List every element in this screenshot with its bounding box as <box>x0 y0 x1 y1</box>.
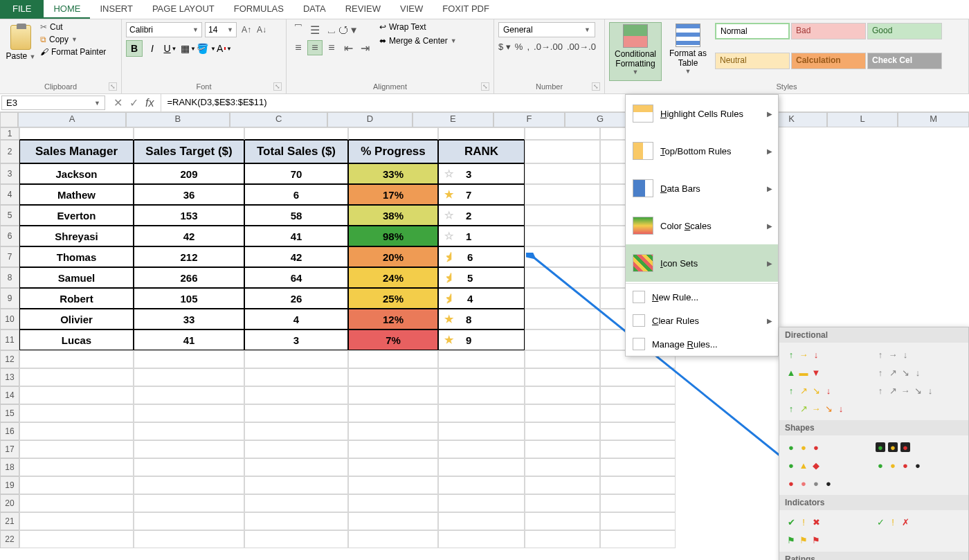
tab-data[interactable]: DATA <box>293 0 336 19</box>
cell-sales[interactable]: 41 <box>244 226 348 246</box>
cell[interactable] <box>348 368 438 386</box>
format-as-table-button[interactable]: Format as Table ▼ <box>662 22 714 81</box>
iconset-3-traffic-lights-rimmed[interactable]: ●●● <box>873 440 959 455</box>
align-right-button[interactable]: ≡ <box>324 40 339 55</box>
tab-page-layout[interactable]: PAGE LAYOUT <box>143 0 224 19</box>
cell-progress[interactable]: 25% <box>348 288 438 309</box>
cell[interactable] <box>600 404 676 422</box>
column-header-b[interactable]: B <box>126 112 230 127</box>
cell[interactable] <box>600 422 676 440</box>
cell[interactable] <box>134 512 244 530</box>
iconset-red-to-black[interactable]: ●●●● <box>784 476 870 491</box>
cell-target[interactable]: 41 <box>134 329 244 350</box>
font-size-selector[interactable]: 14▼ <box>205 22 237 37</box>
cell-rank[interactable]: ☆2 <box>438 205 525 226</box>
cell[interactable] <box>438 512 525 530</box>
cell-sales[interactable]: 64 <box>244 267 348 288</box>
cell[interactable] <box>600 494 676 512</box>
cell-sales[interactable]: 42 <box>244 246 348 267</box>
cell[interactable] <box>244 127 348 140</box>
iconset-3-arrows-gray[interactable]: ↑→↓ <box>873 347 959 362</box>
cell[interactable] <box>348 440 438 458</box>
cell-progress[interactable]: 33% <box>348 163 438 184</box>
cell[interactable] <box>525 140 600 163</box>
italic-button[interactable]: I <box>144 40 161 57</box>
cell[interactable] <box>19 512 134 530</box>
cell[interactable] <box>525 476 600 494</box>
font-dialog-launcher[interactable]: ⤡ <box>273 82 282 91</box>
cf-top-bottom-rules[interactable]: Top/Bottom Rules▶ <box>626 132 778 170</box>
row-header-8[interactable]: 8 <box>0 267 19 288</box>
align-center-button[interactable]: ≡ <box>307 40 323 55</box>
cell-style-normal[interactable]: Normal <box>715 23 790 39</box>
iconset-5-arrows-colored[interactable]: ↑↗→↘↓ <box>784 401 870 416</box>
cell[interactable] <box>19 350 134 368</box>
cell[interactable] <box>134 476 244 494</box>
name-box[interactable]: E3▼ <box>1 96 105 110</box>
cell[interactable] <box>525 386 600 404</box>
decrease-font-button[interactable]: A↓ <box>255 24 269 36</box>
align-left-button[interactable]: ≡ <box>291 40 306 55</box>
cell-manager[interactable]: Jackson <box>19 163 134 184</box>
cell[interactable] <box>525 494 600 512</box>
cell[interactable] <box>134 127 244 140</box>
cell[interactable] <box>600 512 676 530</box>
cell-rank[interactable]: ☆3 <box>438 163 525 184</box>
cell[interactable] <box>600 458 676 476</box>
cell[interactable] <box>438 422 525 440</box>
row-header-9[interactable]: 9 <box>0 288 19 309</box>
tab-insert[interactable]: INSERT <box>90 0 142 19</box>
iconset-3-arrows-colored[interactable]: ↑→↓ <box>784 347 870 362</box>
row-header-17[interactable]: 17 <box>0 440 19 458</box>
cell-rank[interactable]: ⯨4 <box>438 288 525 309</box>
alignment-dialog-launcher[interactable]: ⤡ <box>481 82 489 91</box>
column-header-m[interactable]: M <box>898 112 969 127</box>
tab-view[interactable]: VIEW <box>390 0 433 19</box>
cell[interactable] <box>244 530 348 548</box>
cf-clear-rules[interactable]: Clear Rules▶ <box>626 309 778 332</box>
cell-rank[interactable]: ★9 <box>438 329 525 350</box>
cell[interactable] <box>244 350 348 368</box>
cell[interactable] <box>438 350 525 368</box>
cell[interactable] <box>525 530 600 548</box>
cell[interactable] <box>19 494 134 512</box>
cf-new-rule[interactable]: New Rule... <box>626 285 778 309</box>
cell-style-check-cell[interactable]: Check Cel <box>867 53 942 69</box>
cell[interactable] <box>244 476 348 494</box>
cf-highlight-cells-rules[interactable]: Highlight Cells Rules▶ <box>626 95 778 132</box>
cell[interactable] <box>348 127 438 140</box>
cell[interactable] <box>525 350 600 368</box>
cf-data-bars[interactable]: Data Bars▶ <box>626 170 778 207</box>
tab-home[interactable]: HOME <box>44 0 90 19</box>
cell-progress[interactable]: 7% <box>348 329 438 350</box>
conditional-formatting-button[interactable]: Conditional Formatting ▼ <box>609 22 662 81</box>
orientation-button[interactable]: ⭯▼ <box>341 22 356 37</box>
cell[interactable] <box>348 404 438 422</box>
iconset-3-symbols-circled[interactable]: ✔!✖ <box>784 514 870 530</box>
row-header-21[interactable]: 21 <box>0 512 19 530</box>
bold-button[interactable]: B <box>126 40 143 57</box>
cell-sales[interactable]: 58 <box>244 205 348 226</box>
table-header[interactable]: Sales Target ($) <box>134 140 244 163</box>
cell[interactable] <box>134 530 244 548</box>
cell[interactable] <box>525 184 600 205</box>
fill-color-button[interactable]: 🪣▼ <box>198 40 215 57</box>
cell[interactable] <box>348 422 438 440</box>
row-header-15[interactable]: 15 <box>0 404 19 422</box>
borders-button[interactable]: ▦▼ <box>180 40 197 57</box>
cell-rank[interactable]: ★8 <box>438 309 525 329</box>
increase-decimal-button[interactable]: .0→.00 <box>534 42 563 52</box>
cell-manager[interactable]: Mathew <box>19 184 134 205</box>
cf-color-scales[interactable]: Color Scales▶ <box>626 207 778 244</box>
wrap-text-button[interactable]: ↩Wrap Text <box>379 22 457 32</box>
cell[interactable] <box>525 163 600 184</box>
iconset-3-flags[interactable]: ⚑⚑⚑ <box>784 532 870 548</box>
column-header-l[interactable]: L <box>827 112 898 127</box>
row-header-11[interactable]: 11 <box>0 329 19 350</box>
cell[interactable] <box>525 226 600 246</box>
align-top-button[interactable]: ⎴ <box>291 22 306 37</box>
row-header-10[interactable]: 10 <box>0 309 19 329</box>
cell-sales[interactable]: 3 <box>244 329 348 350</box>
cell-target[interactable]: 153 <box>134 205 244 226</box>
cell[interactable] <box>525 404 600 422</box>
